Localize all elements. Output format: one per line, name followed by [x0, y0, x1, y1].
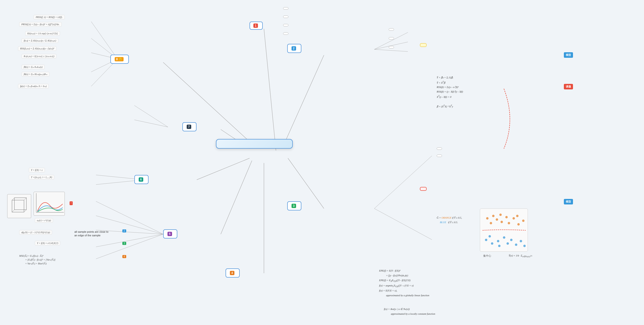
formula-kernel: Kλ(x₀,x) = 1/λ exp[-||x-x₀||²/2λ] [25, 31, 60, 36]
formula-fx0: f(x₀) = Σᵢ Kλ(x₀,xᵢ)yᵢ / Σᵢ Kλ(x₀,xᵢ) [22, 38, 58, 43]
badge-nearest-neighbor: ! [70, 201, 73, 205]
t1-item-3 [283, 24, 288, 26]
svg-point-50 [497, 240, 499, 242]
svg-line-1 [283, 55, 324, 146]
formula-dp-n: d(p,N) = (1 - 1/2^(1/N))^(1/p) [19, 230, 52, 235]
svg-point-36 [492, 215, 494, 217]
svg-point-38 [496, 218, 498, 221]
svg-line-7 [163, 62, 252, 144]
centroid-label: 集中心 [473, 254, 502, 258]
t2-item-3 [389, 46, 394, 48]
t2-item-1 [389, 28, 394, 31]
ep-formula: eₚ(r) = r^(1/p) [35, 218, 53, 223]
svg-line-2 [288, 158, 324, 209]
t1-item-1 [283, 7, 288, 9]
badge-mse: 4 [122, 255, 126, 258]
topic-5[interactable]: 5 [163, 229, 177, 239]
svg-point-45 [517, 223, 520, 226]
svg-point-49 [488, 235, 491, 238]
svg-point-35 [486, 217, 488, 220]
centroid-formula: Ŷ(x) = 1/k · Σx∈Nₖ(x) yᵢ [509, 254, 532, 258]
svg-line-11 [374, 156, 432, 209]
topic-6[interactable]: 6 [134, 175, 148, 184]
topic-8[interactable]: 8 😊 [110, 55, 129, 64]
svg-line-26 [96, 234, 163, 259]
svg-point-54 [510, 239, 512, 241]
svg-point-55 [515, 244, 517, 246]
svg-point-52 [503, 236, 505, 239]
topic-3-num: 3 [292, 204, 296, 208]
svg-point-40 [500, 221, 503, 223]
svg-point-48 [491, 242, 493, 245]
formula-prss: PRSS(f; λ) = RSS(f) + λJ(f). [34, 15, 65, 19]
topic-7-num: 7 [187, 125, 191, 129]
rely-on-box [420, 187, 426, 191]
formula-y-fx: Y = f(X) + ε [29, 168, 45, 172]
svg-line-5 [197, 158, 250, 180]
formula-neural: fp(x) = Σₘ βₘσ(αₘᵀx + bₘ) [18, 84, 49, 88]
topic-2-num: 2 [292, 46, 296, 50]
svg-line-31 [24, 210, 26, 212]
formula-prss2: PRSS(f;λ) = Σᵢ(yᵢ - f(xᵢ))² + λ∫[f''(x)]… [19, 22, 62, 26]
svg-point-51 [498, 245, 500, 247]
svg-line-13 [91, 21, 118, 59]
bivariate-label [437, 147, 442, 150]
model-badge-1: 模型 [564, 52, 573, 58]
svg-point-43 [512, 217, 515, 220]
svg-line-30 [24, 198, 26, 200]
formula-fa-kernel: fθ(x) = Σₘ Kλₘ(μₘ,x)θₘ [22, 72, 50, 76]
topic-8-num: 8 😊 [115, 57, 124, 61]
topic-7[interactable]: 7 [182, 122, 196, 131]
svg-point-42 [508, 222, 510, 224]
svg-point-39 [499, 214, 502, 216]
topic-4-num: 4 [230, 271, 234, 275]
svg-line-10 [374, 49, 408, 51]
topic-1[interactable]: 1 [250, 21, 263, 30]
svg-line-0 [264, 29, 276, 151]
t1-item-4 [283, 32, 288, 35]
svg-line-32 [12, 210, 14, 212]
svg-line-19 [134, 120, 168, 127]
smooth-stable-box [420, 43, 426, 47]
topic-2[interactable]: 2 [287, 44, 301, 53]
topic-1-num: 1 [254, 23, 258, 28]
model-badge-2: 模型 [564, 199, 573, 204]
topic-4[interactable]: 4 [226, 269, 240, 278]
formula-t-samples: T ={(xᵢ,yᵢ), i = 1,...,N} [29, 175, 54, 180]
topic-5-num: 5 [168, 232, 172, 236]
topic-3[interactable]: 3 [287, 201, 301, 210]
svg-point-53 [506, 242, 509, 245]
topic-6-num: 6 [139, 177, 143, 182]
formula-sampling-density: Y = f(X) = e^(-8||X||²) [35, 241, 60, 245]
svg-line-12 [374, 209, 432, 240]
svg-point-57 [523, 245, 526, 247]
svg-point-46 [522, 220, 524, 222]
svg-line-4 [221, 161, 252, 234]
center-node [216, 139, 293, 149]
keti-badge: 课题 [564, 84, 573, 89]
svg-point-56 [520, 240, 522, 242]
svg-point-44 [516, 215, 518, 217]
formula-rss-local: RSS(f₀,x₀) = Σᵢ Kλ(x₀,xᵢ)(yᵢ - f₀(xᵢ))² [18, 46, 56, 51]
badge-sampling: 3 [122, 242, 126, 245]
formula-knearest: Kₖ(x,x₀) = I(||x-x₀|| ≤ ||x₍ₖ₎-x₀||) [22, 54, 56, 58]
svg-point-41 [505, 216, 508, 218]
svg-line-29 [12, 198, 14, 200]
svg-point-47 [485, 239, 487, 241]
badge-sparse: 2 [122, 229, 126, 233]
t2-item-2 [389, 37, 394, 39]
t1-item-2 [283, 15, 288, 18]
formula-fa-basis: fθ(x) = Σₘ θₘhₘ(x) [22, 65, 45, 69]
svg-point-37 [490, 222, 492, 224]
svg-line-18 [134, 105, 168, 127]
svg-line-22 [96, 201, 163, 234]
low-variance-label [437, 155, 442, 157]
